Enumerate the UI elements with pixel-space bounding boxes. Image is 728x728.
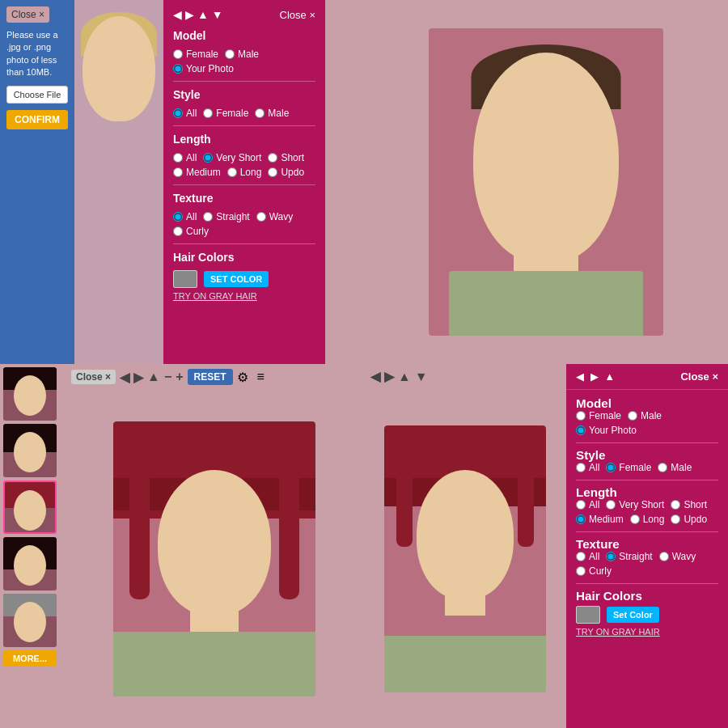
br-length-veryshort[interactable]: Very Short <box>606 499 664 510</box>
br-style-title: Style <box>576 448 718 462</box>
thumbnail-item[interactable] <box>3 537 57 590</box>
confirm-button[interactable]: CONFIRM <box>6 110 68 129</box>
thumbnail-item[interactable] <box>3 594 57 647</box>
preview-hair-sides-right <box>279 470 299 599</box>
arrow-down-icon[interactable]: ▼ <box>212 8 223 21</box>
br-length-updo[interactable]: Updo <box>671 514 707 525</box>
try-gray-button[interactable]: TRY ON GRAY HAIR <box>173 291 257 301</box>
model-male-option[interactable]: Male <box>225 49 259 60</box>
style-female-option[interactable]: Female <box>203 108 248 119</box>
set-color-button[interactable]: SET COLOR <box>204 271 269 287</box>
br-preview-area: ◀ ▶ ▲ ▼ <box>364 364 566 728</box>
plus-bl[interactable]: + <box>176 370 183 384</box>
arrow-right-br[interactable]: ▶ <box>384 369 394 384</box>
br-set-color-button[interactable]: Set Color <box>607 607 659 623</box>
bl-preview-area <box>65 390 364 728</box>
close-button-bl[interactable]: Close × <box>71 370 116 384</box>
texture-wavy-option[interactable]: Wavy <box>256 211 294 222</box>
br-texture-title: Texture <box>576 537 718 551</box>
arrow-down-br[interactable]: ▼ <box>415 370 428 384</box>
texture-section-title: Texture <box>173 192 315 205</box>
br-panel: ◀ ▶ ▲ Close × Model Female Male Your Pho… <box>566 364 728 728</box>
arrow-right-icon[interactable]: ▶ <box>185 8 194 21</box>
color-swatch[interactable] <box>173 270 197 288</box>
br-model-group: Female Male Your Photo <box>576 410 718 436</box>
br-length-long[interactable]: Long <box>630 514 665 525</box>
more-button[interactable]: MORE... <box>3 650 57 667</box>
close-button-br-panel[interactable]: Close × <box>680 370 718 383</box>
thumbnail-item[interactable] <box>3 424 57 477</box>
br-color-swatch[interactable] <box>576 606 600 624</box>
length-medium-option[interactable]: Medium <box>173 167 221 178</box>
quadrant-top-right <box>364 0 728 364</box>
arrow-left-icon-br[interactable]: ◀ <box>576 370 584 383</box>
model-female-option[interactable]: Female <box>173 49 218 60</box>
hamburger-icon-bl[interactable]: ≡ <box>257 370 265 384</box>
arrow-right-bl[interactable]: ▶ <box>133 370 143 385</box>
big-face <box>473 53 619 263</box>
br-model-male[interactable]: Male <box>628 410 662 421</box>
style-male-option[interactable]: Male <box>255 108 289 119</box>
br-texture-wavy[interactable]: Wavy <box>659 551 696 562</box>
model-face <box>83 16 155 121</box>
model-section-title: Model <box>173 29 315 42</box>
reset-button-bl[interactable]: RESET <box>188 369 233 385</box>
arrow-left-bl[interactable]: ◀ <box>120 370 129 385</box>
br-style-male[interactable]: Male <box>658 462 692 473</box>
br-texture-curly[interactable]: Curly <box>576 565 612 577</box>
close-button-sidebar[interactable]: Close × <box>6 6 49 23</box>
preview-turtleneck <box>113 632 315 696</box>
br-model-title: Model <box>576 396 718 410</box>
length-all-option[interactable]: All <box>173 152 197 163</box>
br-try-gray-button[interactable]: TRY ON GRAY HAIR <box>576 627 660 637</box>
quadrant-bottom-right: ◀ ▶ ▲ ▼ ◀ ▶ ▲ Close × <box>364 364 728 728</box>
br-style-all[interactable]: All <box>576 462 599 473</box>
arrow-left-br[interactable]: ◀ <box>370 369 380 384</box>
br-texture-straight[interactable]: Straight <box>606 551 652 562</box>
length-short-option[interactable]: Short <box>268 152 304 163</box>
style-section-title: Style <box>173 88 315 101</box>
model-photo-area <box>74 0 163 364</box>
length-radio-group: All Very Short Short Medium Long Updo <box>173 152 315 178</box>
br-length-all[interactable]: All <box>576 499 599 510</box>
br-face <box>417 470 514 599</box>
arrow-up-br[interactable]: ▲ <box>398 370 411 384</box>
br-style-female[interactable]: Female <box>606 462 651 473</box>
arrow-left-icon[interactable]: ◀ <box>173 8 182 21</box>
br-haircolors-title: Hair Colors <box>576 589 718 603</box>
minus-bl[interactable]: − <box>164 370 171 384</box>
texture-radio-group: All Straight Wavy Curly <box>173 211 315 237</box>
br-model-section: Model Female Male Your Photo Style All <box>566 396 728 642</box>
texture-curly-option[interactable]: Curly <box>173 226 209 237</box>
big-photo-placeholder <box>429 28 663 336</box>
haircolors-section-title: Hair Colors <box>173 251 315 264</box>
texture-all-option[interactable]: All <box>173 211 197 222</box>
br-model-female[interactable]: Female <box>576 410 621 421</box>
model-placeholder <box>74 0 163 364</box>
br-length-medium[interactable]: Medium <box>576 514 624 525</box>
br-hair-left <box>396 434 413 547</box>
preview-neck <box>190 599 239 632</box>
br-texture-all[interactable]: All <box>576 551 599 562</box>
choose-file-button[interactable]: Choose File <box>6 86 68 104</box>
br-length-short[interactable]: Short <box>671 499 707 510</box>
thumbnail-list: MORE... <box>0 364 65 728</box>
texture-straight-option[interactable]: Straight <box>203 211 249 222</box>
br-nav-arrows: ◀ ▶ ▲ <box>576 370 615 383</box>
thumbnail-item[interactable] <box>3 367 57 421</box>
arrow-up-bl[interactable]: ▲ <box>147 370 160 384</box>
close-button-panel[interactable]: Close × <box>280 9 315 21</box>
gear-icon-bl[interactable]: ⚙ <box>237 370 248 385</box>
hint-text: Please use a .jpg or .png photo of less … <box>6 29 68 79</box>
length-long-option[interactable]: Long <box>227 167 262 178</box>
br-model-yourphoto[interactable]: Your Photo <box>576 425 637 436</box>
length-veryshort-option[interactable]: Very Short <box>203 152 261 163</box>
thumbnail-item-active[interactable] <box>3 480 57 534</box>
bl-preview-photo <box>113 421 315 696</box>
arrow-up-icon-br[interactable]: ▲ <box>604 370 615 383</box>
arrow-up-icon[interactable]: ▲ <box>197 8 209 21</box>
arrow-right-icon-br[interactable]: ▶ <box>590 370 599 383</box>
style-all-option[interactable]: All <box>173 108 197 119</box>
model-yourphoto-option[interactable]: Your Photo <box>173 63 234 74</box>
length-updo-option[interactable]: Updo <box>268 167 304 178</box>
